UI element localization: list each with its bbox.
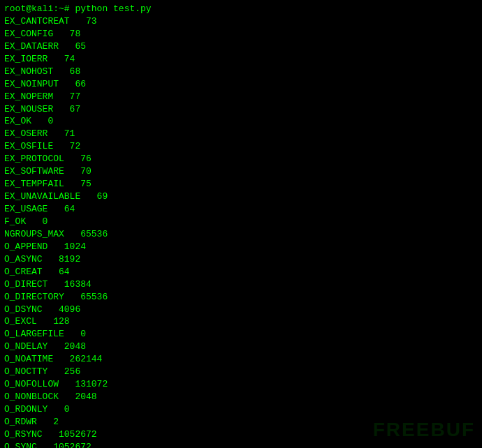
output-line: O_NOFOLLOW 131072 <box>4 378 478 391</box>
output-line: O_LARGEFILE 0 <box>4 328 478 341</box>
output-line: O_SYNC 1052672 <box>4 441 478 448</box>
output-line: EX_NOUSER 67 <box>4 103 478 116</box>
output-line: EX_OSERR 71 <box>4 128 478 140</box>
output-line: EX_SOFTWARE 70 <box>4 165 478 178</box>
output-line: EX_OSFILE 72 <box>4 140 478 153</box>
output-line: O_ASYNC 8192 <box>4 253 478 266</box>
output-line: O_APPEND 1024 <box>4 241 478 253</box>
output-line: EX_TEMPFAIL 75 <box>4 178 478 191</box>
output-area: EX_CANTCREAT 73EX_CONFIG 78EX_DATAERR 65… <box>4 15 478 448</box>
output-line: O_DIRECT 16384 <box>4 278 478 291</box>
output-line: NGROUPS_MAX 65536 <box>4 228 478 241</box>
output-line: O_RSYNC 1052672 <box>4 428 478 441</box>
output-line: EX_IOERR 74 <box>4 53 478 66</box>
prompt-line: root@kali:~# python test.py <box>4 3 478 15</box>
output-line: EX_NOHOST 68 <box>4 66 478 78</box>
output-line: EX_USAGE 64 <box>4 203 478 216</box>
output-line: O_CREAT 64 <box>4 266 478 278</box>
output-line: O_NONBLOCK 2048 <box>4 391 478 403</box>
output-line: O_NOCTTY 256 <box>4 366 478 378</box>
output-line: O_NDELAY 2048 <box>4 341 478 353</box>
output-line: EX_CONFIG 78 <box>4 28 478 40</box>
output-line: EX_NOPERM 77 <box>4 91 478 103</box>
terminal-window: root@kali:~# python test.py EX_CANTCREAT… <box>0 0 482 448</box>
output-line: O_DIRECTORY 65536 <box>4 291 478 304</box>
output-line: O_DSYNC 4096 <box>4 304 478 316</box>
output-line: EX_OK 0 <box>4 115 478 128</box>
output-line: EX_NOINPUT 66 <box>4 78 478 91</box>
output-line: F_OK 0 <box>4 216 478 228</box>
output-line: EX_CANTCREAT 73 <box>4 15 478 28</box>
output-line: O_RDONLY 0 <box>4 403 478 416</box>
output-line: O_RDWR 2 <box>4 416 478 428</box>
output-line: O_NOATIME 262144 <box>4 353 478 366</box>
output-line: O_EXCL 128 <box>4 315 478 328</box>
output-line: EX_PROTOCOL 76 <box>4 153 478 165</box>
output-line: EX_UNAVAILABLE 69 <box>4 191 478 203</box>
output-line: EX_DATAERR 65 <box>4 40 478 53</box>
